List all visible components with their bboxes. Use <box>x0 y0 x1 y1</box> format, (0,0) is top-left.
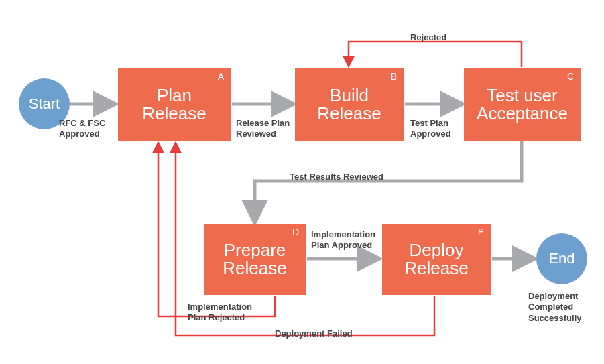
box-e-deploy-release: E Deploy Release <box>382 224 491 295</box>
box-a-tag: A <box>218 71 224 82</box>
label-test-results-reviewed: Test Results Reviewed <box>290 172 383 182</box>
label-deployment-success: Deployment Completed Successfully <box>528 291 582 324</box>
box-b-tag: B <box>391 71 397 82</box>
box-c-tag: C <box>567 71 574 82</box>
box-e-title-1: Deploy <box>410 240 464 260</box>
box-a-title-2: Release <box>142 103 206 123</box>
box-a-plan-release: A Plan Release <box>118 68 231 141</box>
label-d-to-e: ImplementationPlan Approved <box>311 229 375 251</box>
end-label: End <box>548 250 575 267</box>
label-impl-plan-rejected: ImplementationPlan Rejected <box>188 302 252 324</box>
box-c-title-2: Acceptance <box>477 103 568 123</box>
box-c-title-1: Test user <box>487 85 558 105</box>
box-c-test-user-acceptance: C Test user Acceptance <box>464 68 581 141</box>
label-rejected: Rejected <box>410 32 446 43</box>
box-b-build-release: B Build Release <box>295 68 404 141</box>
box-d-title-1: Prepare <box>224 240 286 260</box>
box-b-title-2: Release <box>317 103 381 123</box>
label-start-to-a: RFC & FSCApproved <box>59 118 105 140</box>
label-deployment-failed: Deployment Failed <box>275 328 353 339</box>
box-e-title-2: Release <box>404 258 468 278</box>
label-a-to-b: Release PlanReviewed <box>236 118 290 140</box>
box-a-title-1: Plan <box>157 85 192 105</box>
box-d-title-2: Release <box>223 258 286 278</box>
label-b-to-c: Test PlanApproved <box>410 118 451 140</box>
start-label: Start <box>29 95 60 113</box>
end-node: End <box>536 233 587 284</box>
box-d-tag: D <box>292 227 299 237</box>
box-d-prepare-release: D Prepare Release <box>204 224 306 295</box>
box-e-tag: E <box>478 227 484 237</box>
box-b-title-1: Build <box>330 85 369 105</box>
